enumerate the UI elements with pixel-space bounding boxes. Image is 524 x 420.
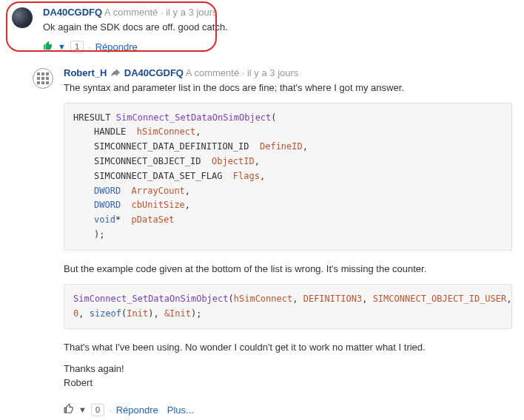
timestamp: il y a 3 jours	[166, 7, 217, 18]
svg-rect-3	[37, 77, 40, 80]
code-token: );	[191, 308, 201, 319]
vote-count: 0	[91, 404, 104, 416]
code-token: SimConnect_SetDataOnSimObject	[116, 112, 272, 123]
code-token: ObjectID	[212, 156, 255, 166]
code-token: DWORD	[94, 186, 132, 196]
code-block: HRESULT SimConnect_SetDataOnSimObject( H…	[64, 103, 512, 251]
reply-button[interactable]: Répondre	[116, 404, 158, 416]
code-token: ),	[148, 308, 164, 319]
code-token: DefineID	[260, 141, 303, 152]
svg-rect-0	[37, 72, 40, 75]
timestamp: il y a 3 jours	[247, 67, 298, 78]
svg-rect-4	[41, 77, 44, 80]
code-token: ,	[506, 294, 511, 304]
code-token: ,	[78, 308, 89, 319]
code-token: *	[115, 214, 132, 225]
chevron-down-icon[interactable]: ▼	[78, 405, 87, 414]
comment-actions: ▼ 0 · Répondre Plus...	[64, 404, 512, 416]
code-token: SIMCONNECT_DATA_DEFINITION_ID	[94, 141, 260, 152]
comment-header: DA40CGDFQ A commenté · il y a 3 jours	[43, 6, 512, 19]
svg-rect-5	[46, 77, 49, 80]
chevron-down-icon[interactable]: ▼	[58, 42, 66, 51]
code-token: sizeof	[90, 308, 121, 319]
code-token: DWORD	[94, 200, 132, 210]
code-token: pDataSet	[132, 214, 175, 225]
reply-to-link[interactable]: DA40CGDFQ	[124, 67, 184, 78]
comment-item: Robert_H DA40CGDFQ A commenté · il y a 3…	[33, 67, 512, 416]
code-token: SIMCONNECT_OBJECT_ID	[94, 156, 212, 166]
avatar[interactable]	[12, 7, 33, 28]
svg-rect-8	[46, 81, 49, 84]
code-token: Flags	[233, 171, 260, 181]
comment-actions: ▼ 1 · Répondre	[43, 41, 512, 53]
reply-button[interactable]: Répondre	[95, 41, 138, 52]
separator: ·	[109, 404, 112, 416]
code-token: cbUnitSize	[132, 200, 185, 210]
code-token: void	[94, 214, 115, 225]
code-token: ,	[255, 156, 260, 166]
comment-body-outro: That's what I've been using. No wonder I…	[64, 341, 512, 355]
comment-body: Ok again the SDK docs are off. good catc…	[43, 21, 512, 35]
avatar[interactable]	[33, 68, 53, 89]
code-token: hSimConnect	[234, 294, 292, 304]
code-token: Init	[127, 308, 148, 319]
comment-header: Robert_H DA40CGDFQ A commenté · il y a 3…	[64, 67, 512, 80]
comment-body-signature: Robert	[64, 376, 512, 390]
thumb-up-icon[interactable]	[43, 41, 53, 53]
code-token: hSimConnect	[137, 126, 195, 137]
separator: ·	[239, 67, 247, 78]
vote-count: 1	[70, 41, 84, 53]
svg-rect-1	[41, 72, 44, 75]
comment-body-mid: But the example code given at the bottom…	[64, 262, 512, 277]
commented-label: A commenté	[104, 7, 158, 18]
code-token: );	[94, 229, 104, 240]
reply-arrow-icon	[111, 67, 123, 78]
code-token: SIMCONNECT_DATA_SET_FLAG	[94, 171, 233, 181]
comment-item: DA40CGDFQ A commenté · il y a 3 jours Ok…	[12, 6, 512, 53]
comment-body-thanks: Thanks again!	[64, 362, 512, 376]
code-token: ,	[260, 171, 265, 181]
code-token: ,	[303, 141, 308, 152]
code-token: ArrayCount	[132, 186, 185, 196]
separator: ·	[88, 41, 91, 52]
comment-body-intro: The syntax and parameter list in the doc…	[64, 81, 512, 95]
code-token: (	[271, 112, 276, 123]
commented-label: A commenté	[186, 67, 239, 78]
code-token: (	[229, 294, 234, 304]
author-link[interactable]: Robert_H	[64, 67, 107, 78]
code-token: SIMCONNECT_OBJECT_ID_USER	[373, 294, 507, 304]
code-token: Init	[169, 308, 191, 319]
code-token: HRESULT	[73, 112, 116, 123]
code-token: ,	[292, 294, 303, 304]
code-token: HANDLE	[94, 126, 137, 137]
more-button[interactable]: Plus...	[167, 404, 194, 416]
separator: ·	[158, 7, 166, 18]
svg-rect-6	[37, 81, 40, 84]
code-token: ,	[362, 294, 372, 304]
code-token: ,	[185, 200, 190, 210]
code-token: ,	[195, 126, 201, 137]
code-token: DEFINITION3	[303, 294, 362, 304]
thumb-up-icon[interactable]	[64, 404, 74, 416]
svg-rect-7	[41, 81, 44, 84]
code-block: SimConnect_SetDataOnSimObject(hSimConnec…	[64, 284, 512, 330]
code-token: SimConnect_SetDataOnSimObject	[73, 294, 229, 304]
author-link[interactable]: DA40CGDFQ	[43, 7, 102, 18]
svg-rect-2	[46, 72, 49, 75]
code-token: ,	[185, 186, 190, 196]
